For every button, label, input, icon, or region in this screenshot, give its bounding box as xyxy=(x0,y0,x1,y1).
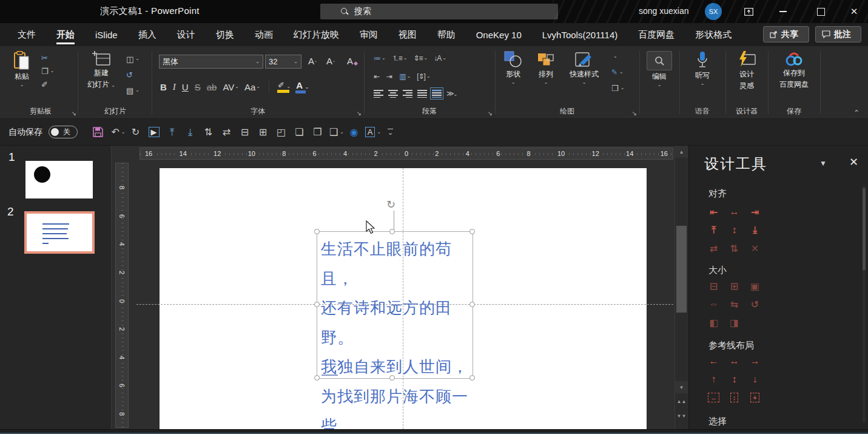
save-to-baidu-button[interactable]: 保存到 百度网盘 xyxy=(773,46,815,90)
change-case-icon[interactable]: Aa ⌄ xyxy=(244,82,260,92)
section-icon[interactable]: ▤ ⌄ xyxy=(126,84,140,97)
tab-home[interactable]: 开始 xyxy=(46,23,85,46)
bullets-icon[interactable]: ≔ ⌄ xyxy=(374,54,386,63)
save-button[interactable] xyxy=(89,123,107,141)
send-backward-button[interactable]: ❐ xyxy=(309,123,328,141)
increase-font-size-button[interactable]: Aˆ xyxy=(306,55,319,67)
snap-bottom-guide-icon[interactable]: ↓ xyxy=(753,374,758,385)
tab-lvyhtools[interactable]: LvyhTools(201114) xyxy=(532,23,628,46)
decrease-indent-icon[interactable]: ⇤ xyxy=(374,72,380,81)
redo-button[interactable]: ↻ xyxy=(127,123,146,141)
align-center-button[interactable]: ⊞ xyxy=(255,123,273,141)
swap-size-icon[interactable]: ⇆ xyxy=(730,299,738,310)
clipboard-dialog-launcher-icon[interactable]: ↘ xyxy=(72,110,76,117)
quick-styles-button[interactable]: 快速样式 ⌄ xyxy=(563,46,605,84)
same-height-icon[interactable]: ⊟ xyxy=(710,280,718,292)
panel-dropdown-icon[interactable]: ▼ xyxy=(819,159,827,168)
design-ideas-button[interactable]: 设计 灵感 xyxy=(732,46,762,91)
crop-button[interactable]: ◰ xyxy=(273,123,291,141)
tab-shape-format[interactable]: 形状格式 xyxy=(685,23,742,46)
resize-handle-middle-left[interactable] xyxy=(314,302,320,307)
copy-size-icon[interactable]: ↺ xyxy=(751,299,759,310)
edit-button[interactable]: 编辑 ⌄ xyxy=(644,46,675,87)
increase-indent-icon[interactable]: ⇥ xyxy=(386,72,393,81)
resize-handle-bottom-left[interactable] xyxy=(314,375,320,381)
autosave-toggle[interactable]: 关 xyxy=(49,126,78,138)
resize-handle-top-right[interactable] xyxy=(469,229,475,234)
align-left-icon[interactable]: ⇤ xyxy=(710,206,718,218)
snap-top-guide-icon[interactable]: ↑ xyxy=(712,374,716,385)
tab-view[interactable]: 视图 xyxy=(388,23,427,46)
maximize-button[interactable] xyxy=(807,0,835,23)
shapes-button[interactable]: 形状 ⌄ xyxy=(497,46,529,84)
tab-insert[interactable]: 插入 xyxy=(128,23,167,46)
snap-left-guide-icon[interactable]: ← xyxy=(709,356,719,367)
align-top-icon[interactable]: ⤒ xyxy=(712,225,716,236)
fill-both-guide-icon[interactable]: + xyxy=(750,393,759,402)
align-center-icon[interactable] xyxy=(388,89,398,98)
align-left-icon[interactable] xyxy=(374,89,383,98)
text-box-button[interactable]: A ⌄ xyxy=(364,123,382,141)
paragraph-dialog-launcher-icon[interactable]: ↘ xyxy=(488,110,493,117)
text-direction-icon[interactable]: ↓A ⌄ xyxy=(434,54,446,63)
swap-position-icon[interactable]: ✕ xyxy=(751,243,759,254)
user-name[interactable]: song xuexian xyxy=(639,6,689,16)
fit-width-icon[interactable]: ◨ xyxy=(730,317,739,328)
tab-baidu-netdisk[interactable]: 百度网盘 xyxy=(628,23,685,46)
tab-transitions[interactable]: 切换 xyxy=(206,23,244,46)
align-text-vertical-icon[interactable]: [⇕] ⌄ xyxy=(417,72,430,81)
previous-slide-icon[interactable]: ▲▲ xyxy=(675,396,688,408)
horizontal-ruler[interactable]: 1614121086420246810121416 xyxy=(140,147,673,160)
slide-2-thumbnail[interactable] xyxy=(24,211,95,254)
bold-icon[interactable]: B xyxy=(160,82,167,92)
textbox-content[interactable]: 生活不止眼前的苟且，还有诗和远方的田野。我独自来到人世间，为找到那片海不顾一些。 xyxy=(321,234,479,429)
collapse-ribbon-icon[interactable]: ⌃ xyxy=(853,109,860,117)
text-highlight-color-icon[interactable]: ✐ ⌄ xyxy=(278,81,291,93)
distribute-vertical-icon[interactable]: ⇅ xyxy=(730,243,738,254)
align-middle-icon[interactable]: ↕ xyxy=(732,225,737,236)
distribute-horizontal-icon[interactable]: ⇄ xyxy=(710,243,718,254)
italic-icon[interactable]: I xyxy=(173,82,177,92)
underline-icon[interactable]: U xyxy=(182,82,189,92)
distribute-rows-button[interactable]: ⇅ xyxy=(200,123,218,141)
search-input[interactable]: 搜索 xyxy=(320,4,558,19)
fill-horizontal-guide-icon[interactable]: ↔ xyxy=(708,393,719,402)
tab-design[interactable]: 设计 xyxy=(167,23,206,46)
vertical-ruler[interactable]: 864202468 xyxy=(115,163,129,428)
double-strike-icon[interactable]: ab xyxy=(207,82,218,92)
copy-icon[interactable]: ❐ ⌄ xyxy=(41,64,54,78)
group-objects-button[interactable]: ❑ ⌄ xyxy=(328,123,346,141)
dictate-button[interactable]: 听写 ⌄ xyxy=(688,46,717,86)
same-width-icon[interactable]: ⊞ xyxy=(730,280,738,292)
more-commands-button[interactable]: ⌄ xyxy=(382,123,400,141)
fill-vertical-guide-icon[interactable]: ↕ xyxy=(730,393,739,402)
align-right-icon[interactable] xyxy=(403,89,412,98)
shape-effects-icon[interactable]: ❒ ⌄ xyxy=(611,81,624,95)
align-center-horizontal-icon[interactable]: ↔ xyxy=(730,206,739,217)
numbering-icon[interactable]: ⒈≡ ⌄ xyxy=(392,53,408,64)
arrange-button[interactable]: 排列 ⌄ xyxy=(530,46,562,84)
resize-handle-top-center[interactable] xyxy=(389,229,395,234)
clear-formatting-button[interactable]: A◆ xyxy=(345,55,360,67)
move-to-bottom-button[interactable]: ⤓ xyxy=(182,123,200,141)
panel-scrollbar[interactable] xyxy=(863,186,866,422)
justify-icon[interactable] xyxy=(417,89,427,98)
close-button[interactable]: ✕ xyxy=(840,0,868,23)
line-spacing-icon[interactable]: ⇕≡ ⌄ xyxy=(413,54,428,63)
font-name-combobox[interactable]: 黑体 ⌄ xyxy=(159,55,263,69)
paste-button[interactable]: 粘贴 ⌄ xyxy=(7,46,36,87)
align-middle-button[interactable]: ⊟ xyxy=(237,123,255,141)
distribute-text-icon[interactable] xyxy=(432,89,442,98)
stretch-width-icon[interactable]: ⇔ xyxy=(709,299,719,310)
convert-to-smartart-icon[interactable]: ≫⌄ xyxy=(446,89,457,98)
font-size-combobox[interactable]: 32 ⌄ xyxy=(265,55,301,69)
snap-right-guide-icon[interactable]: → xyxy=(750,356,760,367)
strikethrough-icon[interactable]: S xyxy=(195,82,201,92)
align-right-icon[interactable]: ⇥ xyxy=(751,206,759,218)
tab-file[interactable]: 文件 xyxy=(7,23,46,46)
scroll-up-icon[interactable]: ▲ xyxy=(675,146,688,158)
resize-handle-bottom-right[interactable] xyxy=(469,375,475,381)
align-bottom-icon[interactable]: ⤓ xyxy=(753,225,757,236)
reset-slide-icon[interactable]: ↺ xyxy=(126,68,140,81)
columns-icon[interactable]: ▥ ⌄ xyxy=(399,72,411,81)
